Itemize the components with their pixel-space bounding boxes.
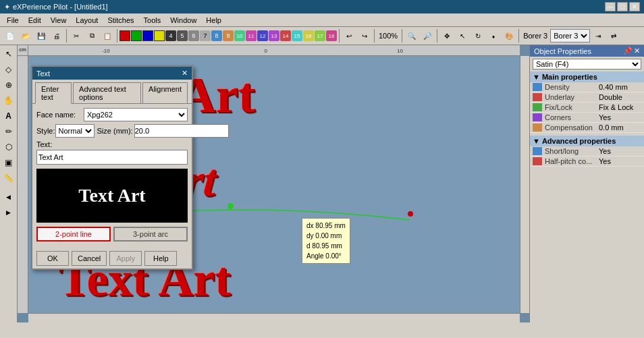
color-yellow[interactable] — [154, 30, 165, 41]
badge-7[interactable]: 7 — [200, 30, 211, 41]
color-pick[interactable]: 🎨 — [502, 28, 516, 43]
text-tool-v[interactable]: A — [1, 109, 16, 123]
new-button[interactable]: 📄 — [3, 28, 18, 43]
select-tool[interactable]: ↖ — [455, 28, 470, 43]
text-input[interactable] — [36, 150, 188, 165]
menu-window[interactable]: Window — [166, 15, 200, 26]
draw-tool-v[interactable]: ✏ — [1, 124, 16, 139]
menu-stitches[interactable]: Stitches — [103, 15, 138, 26]
badge-4[interactable]: 4 — [165, 30, 176, 41]
color-red[interactable] — [119, 30, 130, 41]
corners-value[interactable]: Yes — [599, 113, 641, 121]
btn-2point-line[interactable]: 2-point line — [36, 227, 111, 242]
color-green[interactable] — [131, 30, 142, 41]
badge-8[interactable]: 8 — [211, 30, 222, 41]
cancel-button[interactable]: Cancel — [72, 251, 107, 266]
shape-tool-v[interactable]: ⬡ — [1, 140, 16, 154]
dialog-tabs: Enter text Advanced text options Alignme… — [32, 80, 192, 104]
redo-button[interactable]: ↪ — [357, 28, 372, 43]
badge-11[interactable]: 11 — [246, 30, 257, 41]
select-tool-v[interactable]: ↖ — [1, 47, 16, 61]
section-adv-expand-icon[interactable]: ▼ — [533, 137, 540, 145]
badge-17[interactable]: 17 — [315, 30, 325, 41]
tab-enter-text[interactable]: Enter text — [35, 82, 72, 104]
help-button[interactable]: Help — [144, 251, 177, 266]
pan-tool-v[interactable]: ✋ — [1, 93, 16, 108]
compensation-value[interactable]: 0.0 mm — [599, 123, 641, 132]
density-label: Density — [545, 83, 599, 91]
badge-14[interactable]: 14 — [280, 30, 291, 41]
paste-button[interactable]: 📋 — [100, 28, 115, 43]
badge-12[interactable]: 12 — [257, 30, 268, 41]
title-bar-controls[interactable]: — □ ✕ — [605, 2, 640, 11]
menu-edit[interactable]: Edit — [24, 15, 45, 26]
menu-tools[interactable]: Tools — [140, 15, 165, 26]
zoom-tool-v[interactable]: ⊕ — [1, 78, 16, 92]
scroll-right-v[interactable]: ▶ — [1, 205, 16, 220]
panel-close-icon[interactable]: ✕ — [634, 47, 640, 55]
btn-3point-arc[interactable]: 3-point arc — [113, 227, 188, 242]
maximize-button[interactable]: □ — [617, 2, 628, 11]
section-expand-icon[interactable]: ▼ — [533, 73, 540, 81]
style-select[interactable]: Normal — [55, 124, 95, 138]
scrollbar-horizontal[interactable] — [28, 313, 520, 322]
density-value[interactable]: 0.40 mm — [599, 83, 641, 91]
badge-16[interactable]: 16 — [303, 30, 314, 41]
rotate-tool[interactable]: ↻ — [471, 28, 485, 43]
minimize-button[interactable]: — — [605, 2, 616, 11]
zoom-out[interactable]: 🔎 — [420, 28, 435, 43]
arc-midpoint-dot[interactable] — [227, 203, 234, 209]
tab-alignment[interactable]: Alignment — [142, 82, 188, 103]
badge-15[interactable]: 15 — [292, 30, 302, 41]
open-button[interactable]: 📂 — [18, 28, 33, 43]
cut-button[interactable]: ✂ — [69, 28, 84, 43]
dialog-content: Face name: Xpg262 Style: Normal Size (mm… — [32, 104, 192, 248]
save-button[interactable]: 💾 — [34, 28, 49, 43]
dialog-close-button[interactable]: ✕ — [182, 69, 188, 78]
close-button[interactable]: ✕ — [629, 2, 640, 11]
tab-advanced[interactable]: Advanced text options — [73, 82, 141, 103]
menu-layout[interactable]: Layout — [72, 15, 102, 26]
badge-13[interactable]: 13 — [269, 30, 279, 41]
scroll-left-v[interactable]: ◀ — [1, 190, 16, 204]
right-panel: Object Properties 📌 ✕ Satin (F4) ▼ Main … — [529, 45, 644, 322]
color-blue[interactable] — [142, 30, 153, 41]
face-name-select[interactable]: Xpg262 — [84, 108, 188, 121]
tooltip-line4: Angle 0.00° — [306, 251, 346, 261]
panel-pin-icon[interactable]: 📌 — [623, 47, 633, 55]
badge-9[interactable]: 9 — [223, 30, 234, 41]
path-btn[interactable]: ⇄ — [606, 28, 621, 43]
badge-10[interactable]: 10 — [234, 30, 245, 41]
fixlock-value[interactable]: Fix & Lock — [599, 103, 641, 111]
stitch-btn[interactable]: ⇥ — [591, 28, 606, 43]
face-name-row: Face name: Xpg262 — [36, 108, 188, 121]
needle-tool[interactable]: ⬧ — [486, 28, 501, 43]
copy-button[interactable]: ⧉ — [84, 28, 99, 43]
canvas-area[interactable]: cm -10 0 10 Text Art Text Art — [18, 45, 529, 322]
badge-5[interactable]: 5 — [177, 30, 188, 41]
face-name-label: Face name: — [36, 111, 84, 119]
fill-tool-v[interactable]: ▣ — [1, 155, 16, 170]
shortlong-value[interactable]: Yes — [599, 147, 641, 155]
scrollbar-vertical[interactable] — [520, 56, 529, 313]
borer-select[interactable]: Borer 3 — [550, 29, 590, 43]
apply-button[interactable]: Apply — [109, 251, 142, 266]
undo-button[interactable]: ↩ — [342, 28, 356, 43]
arc-right-dot[interactable] — [408, 211, 413, 217]
zoom-in[interactable]: 🔍 — [404, 28, 419, 43]
badge-6[interactable]: 6 — [188, 30, 199, 41]
node-tool-v[interactable]: ◇ — [1, 62, 16, 77]
move-tool[interactable]: ✥ — [439, 28, 454, 43]
ok-button[interactable]: OK — [36, 251, 69, 266]
menu-view[interactable]: View — [47, 15, 71, 26]
dialog-title: Text — [36, 69, 50, 78]
menu-help[interactable]: Help — [202, 15, 225, 26]
print-button[interactable]: 🖨 — [49, 28, 64, 43]
size-input[interactable] — [134, 124, 229, 138]
badge-18[interactable]: 18 — [326, 30, 337, 41]
halfpitch-value[interactable]: Yes — [599, 157, 641, 165]
panel-object-select[interactable]: Satin (F4) — [533, 59, 641, 69]
measure-tool-v[interactable]: 📏 — [1, 171, 16, 186]
menu-file[interactable]: File — [3, 15, 23, 26]
underlay-value[interactable]: Double — [599, 93, 641, 101]
